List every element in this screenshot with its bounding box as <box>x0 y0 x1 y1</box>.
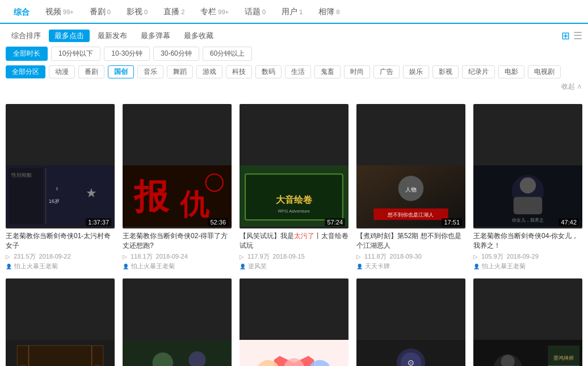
top-nav-item-专栏[interactable]: 专栏 99+ <box>192 0 237 23</box>
duration-filter-3[interactable]: 30-60分钟 <box>153 47 199 61</box>
svg-rect-4 <box>9 168 43 224</box>
sort-row: 综合排序最多点击最新发布最多弹幕最多收藏 ⊞ ☰ <box>6 30 582 42</box>
video-author-5: 怕上火暴王老菊 <box>473 262 582 271</box>
video-card-6[interactable]: 响当当之死 58:31 王老菊教你当断剑奇侠06-响当当之死 104.9万 20… <box>6 278 115 366</box>
video-thumbnail-4[interactable]: 人物 想不到你也是江湖人 17:51 <box>356 104 465 228</box>
video-title-1: 王老菊教你当断剑奇侠01-太污村奇女子 <box>6 231 115 251</box>
video-thumbnail-5[interactable]: 你女儿，我养之 47:42 <box>473 104 582 228</box>
video-author-1: 怕上火暴王老菊 <box>6 262 115 271</box>
category-filter-0[interactable]: 全部分区 <box>6 65 45 78</box>
video-thumbnail-10[interactable]: 墨鸿禅师 亲密 少林派方丈 44:40 <box>473 278 582 366</box>
svg-text:16岁: 16岁 <box>49 198 60 204</box>
video-card-9[interactable]: ⊙ 二世觉醒 45:32 王老菊教你当断剑奇侠07-二世觉醒 94.7万 201… <box>356 278 465 366</box>
duration-filter-0[interactable]: 全部时长 <box>6 47 48 61</box>
video-thumbnail-3[interactable]: 大音绘卷 RPG Adventure 57:24 <box>240 104 348 228</box>
svg-rect-33 <box>123 340 232 366</box>
video-thumbnail-8[interactable]: 侯罗村 1:00:21 <box>240 278 348 366</box>
category-filter-2[interactable]: 番剧 <box>78 65 104 78</box>
video-date-4: 2018-09-30 <box>390 253 422 260</box>
badge-相簿: 8 <box>334 9 339 15</box>
duration-filter-4[interactable]: 60分钟以上 <box>203 47 252 61</box>
list-view-icon[interactable]: ☰ <box>573 30 582 42</box>
category-filter-3[interactable]: 国创 <box>108 65 134 78</box>
badge-专栏: 99+ <box>216 9 229 15</box>
video-duration-1: 1:37:37 <box>86 218 111 226</box>
duration-filter-1[interactable]: 10分钟以下 <box>51 47 100 61</box>
grid-view-icon[interactable]: ⊞ <box>561 30 570 42</box>
top-nav-item-相簿[interactable]: 相簿 8 <box>310 0 347 23</box>
category-filter-17[interactable]: 电视剧 <box>528 65 561 78</box>
top-nav-item-直播[interactable]: 直播 2 <box>156 0 192 23</box>
video-thumbnail-1[interactable]: 性别相貌 ♀ 16岁 ★ 1:37:37 <box>6 104 115 228</box>
view-icons: ⊞ ☰ <box>561 30 582 42</box>
video-card-10[interactable]: 墨鸿禅师 亲密 少林派方丈 44:40 王老菊教你当断剑奇侠03-地北天南故人去… <box>473 278 582 366</box>
video-thumbnail-9[interactable]: ⊙ 二世觉醒 45:32 <box>356 278 465 366</box>
category-filter-12[interactable]: 广告 <box>373 65 400 78</box>
video-thumbnail-7[interactable]: 替身战士 1:06:43 <box>123 278 232 366</box>
video-date-2: 2018-09-24 <box>156 253 188 260</box>
category-filter-11[interactable]: 时尚 <box>344 65 370 78</box>
svg-text:★: ★ <box>86 186 97 200</box>
video-thumbnail-6[interactable]: 响当当之死 58:31 <box>6 278 115 366</box>
sort-tab-最多点击[interactable]: 最多点击 <box>49 30 90 42</box>
video-card-7[interactable]: 替身战士 1:06:43 王老菊教你当断剑奇侠08-替身战士太音蝉 102.3万… <box>123 278 232 366</box>
video-card-3[interactable]: 大音绘卷 RPG Adventure 57:24 【风笑试玩】我是太污了丨太音绘… <box>240 104 348 271</box>
filter-area: 综合排序最多点击最新发布最多弹幕最多收藏 ⊞ ☰ 全部时长10分钟以下10-30… <box>0 24 588 92</box>
top-nav-item-番剧[interactable]: 番剧 0 <box>82 0 119 23</box>
video-views-2: 118.1万 <box>131 252 153 261</box>
author-name-2: 怕上火暴王老菊 <box>131 262 175 271</box>
video-card-2[interactable]: 报 仇 52:36 王老菊教你当断剑奇侠02-得罪了方丈还想跑? 118.1万 … <box>123 104 232 271</box>
category-filter-13[interactable]: 娱乐 <box>403 65 429 78</box>
video-author-4: 天天卡牌 <box>356 262 465 271</box>
video-duration-3: 57:24 <box>325 218 345 226</box>
video-card-4[interactable]: 人物 想不到你也是江湖人 17:51 【煮鸡时刻】第52期 想不到你也是个江湖恶… <box>356 104 465 271</box>
video-views-3: 117.9万 <box>247 252 270 261</box>
category-filter-8[interactable]: 数码 <box>255 65 282 78</box>
badge-视频: 99+ <box>61 9 74 15</box>
top-nav-item-综合[interactable]: 综合 <box>6 0 37 24</box>
play-icon-4 <box>356 253 361 260</box>
svg-text:♀: ♀ <box>54 185 59 192</box>
video-card-8[interactable]: 侯罗村 1:00:21 王老菊教你当断剑奇侠05-太音侯罗村 100.1万 20… <box>240 278 348 366</box>
video-views-5: 105.9万 <box>481 252 503 261</box>
author-icon-2 <box>123 263 129 269</box>
author-icon-3 <box>240 263 246 269</box>
video-date-1: 2018-09-22 <box>39 253 71 260</box>
svg-text:报: 报 <box>133 178 170 216</box>
sort-tab-最多收藏[interactable]: 最多收藏 <box>178 30 219 42</box>
video-card-5[interactable]: 你女儿，我养之 47:42 王老菊教你当断剑奇侠04-你女儿，我养之！ 105.… <box>473 104 582 271</box>
category-filter-10[interactable]: 鬼畜 <box>314 65 341 78</box>
author-name-3: 逆风笑 <box>248 262 267 271</box>
top-nav-item-视频[interactable]: 视频 99+ <box>37 0 82 23</box>
top-nav-item-用户[interactable]: 用户 1 <box>274 0 310 23</box>
category-filter-14[interactable]: 影视 <box>432 65 459 78</box>
collapse-btn[interactable]: 收起 ∧ <box>561 82 582 92</box>
category-filter-1[interactable]: 动漫 <box>49 65 75 78</box>
author-name-1: 怕上火暴王老菊 <box>14 262 58 271</box>
duration-filter-2[interactable]: 10-30分钟 <box>104 47 150 61</box>
category-filter-7[interactable]: 科技 <box>226 65 252 78</box>
svg-point-23 <box>520 177 536 193</box>
svg-text:RPG Adventure: RPG Adventure <box>278 209 310 214</box>
category-filter-15[interactable]: 纪录片 <box>462 65 495 78</box>
play-icon-5 <box>473 253 478 260</box>
top-nav-item-影视[interactable]: 影视 0 <box>119 0 156 23</box>
badge-话题: 0 <box>261 9 266 15</box>
duration-row: 全部时长10分钟以下10-30分钟30-60分钟60分钟以上 <box>6 47 582 61</box>
category-filter-4[interactable]: 音乐 <box>137 65 163 78</box>
category-filter-9[interactable]: 生活 <box>285 65 311 78</box>
author-icon-5 <box>473 263 480 269</box>
sort-tab-最多弹幕[interactable]: 最多弹幕 <box>135 30 176 42</box>
sort-tab-最新发布[interactable]: 最新发布 <box>92 30 133 42</box>
video-thumbnail-2[interactable]: 报 仇 52:36 <box>123 104 232 228</box>
author-name-5: 怕上火暴王老菊 <box>482 262 526 271</box>
top-nav-item-话题[interactable]: 话题 0 <box>237 0 274 23</box>
sort-tab-综合排序[interactable]: 综合排序 <box>6 30 47 42</box>
category-filter-5[interactable]: 舞蹈 <box>167 65 193 78</box>
author-icon-1 <box>6 263 12 269</box>
video-title-2: 王老菊教你当断剑奇侠02-得罪了方丈还想跑? <box>123 231 232 251</box>
category-filter-16[interactable]: 电影 <box>498 65 524 78</box>
video-card-1[interactable]: 性别相貌 ♀ 16岁 ★ 1:37:37 王老菊教你当断剑奇侠01-太污村奇女子… <box>6 104 115 271</box>
badge-番剧: 0 <box>106 9 111 15</box>
category-filter-6[interactable]: 游戏 <box>196 65 222 78</box>
